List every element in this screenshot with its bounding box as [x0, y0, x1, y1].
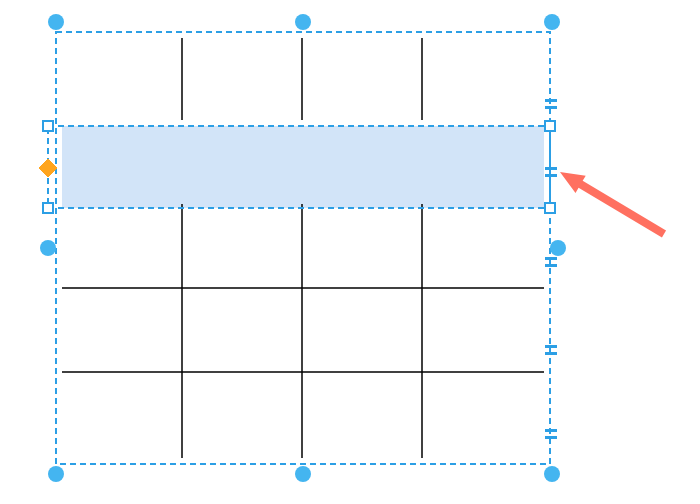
row-selection-handle[interactable]: [545, 203, 555, 213]
row-selection-handle[interactable]: [43, 121, 53, 131]
row-lane-diamond-handle[interactable]: [39, 159, 57, 177]
container-handle-dot[interactable]: [40, 240, 56, 256]
row-insert-marker[interactable]: [545, 436, 557, 439]
row-insert-marker[interactable]: [545, 174, 557, 177]
selected-row-fill: [62, 126, 544, 208]
container-handle-dot[interactable]: [544, 14, 560, 30]
row-insert-marker[interactable]: [545, 264, 557, 267]
container-handle-dot[interactable]: [550, 240, 566, 256]
container-handle-dot[interactable]: [48, 466, 64, 482]
container-handle-dot[interactable]: [544, 466, 560, 482]
row-insert-marker[interactable]: [545, 352, 557, 355]
container-handle-dot[interactable]: [295, 466, 311, 482]
row-insert-marker[interactable]: [545, 429, 557, 432]
row-selection-handle[interactable]: [545, 121, 555, 131]
row-insert-marker[interactable]: [545, 257, 557, 260]
container-handle-dot[interactable]: [48, 14, 64, 30]
row-insert-marker[interactable]: [545, 167, 557, 170]
annotation-arrow: [560, 172, 666, 237]
container-handle-dot[interactable]: [295, 14, 311, 30]
row-insert-marker[interactable]: [545, 345, 557, 348]
row-insert-marker[interactable]: [545, 99, 557, 102]
row-selection-handle[interactable]: [43, 203, 53, 213]
row-insert-marker[interactable]: [545, 106, 557, 109]
container-selection-outline[interactable]: [56, 32, 550, 464]
